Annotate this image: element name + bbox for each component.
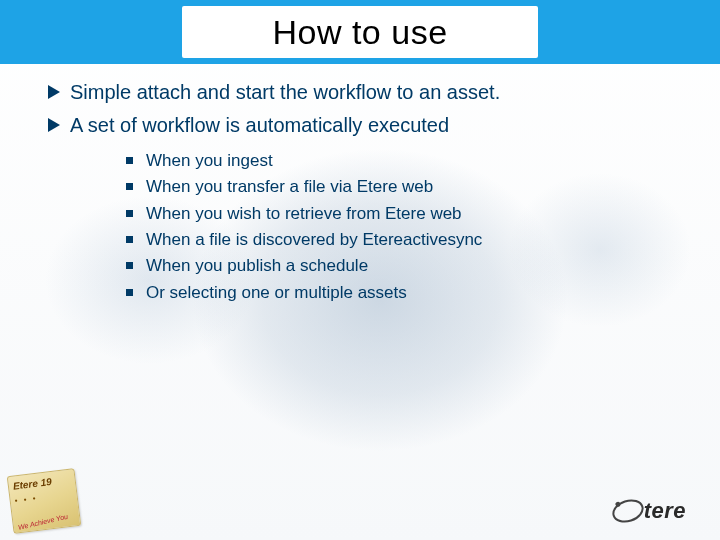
list-item: When you wish to retrieve from Etere web [126, 201, 672, 227]
bullet-text: Or selecting one or multiple assets [146, 283, 407, 302]
etere19-badge: Etere 19 • • • We Achieve You [7, 468, 82, 534]
etere-logo: tere [612, 498, 686, 524]
bullet-text: A set of workflow is automatically execu… [70, 114, 449, 136]
title-plate: How to use [182, 6, 538, 58]
list-item: When a file is discovered by Etereactive… [126, 227, 672, 253]
bullet-text: When you transfer a file via Etere web [146, 177, 433, 196]
bullet-text: Simple attach and start the workflow to … [70, 81, 500, 103]
bullet-list-level1: Simple attach and start the workflow to … [48, 78, 672, 306]
bullet-text: When you publish a schedule [146, 256, 368, 275]
badge-title: Etere 19 [12, 474, 71, 492]
badge-subtitle: We Achieve You [17, 513, 68, 532]
list-item: When you ingest [126, 148, 672, 174]
bullet-text: When you wish to retrieve from Etere web [146, 204, 462, 223]
list-item: When you transfer a file via Etere web [126, 174, 672, 200]
slide: How to use Simple attach and start the w… [0, 0, 720, 540]
bullet-text: When you ingest [146, 151, 273, 170]
content-area: Simple attach and start the workflow to … [48, 78, 672, 310]
list-item: Or selecting one or multiple assets [126, 280, 672, 306]
title-bar: How to use [0, 0, 720, 64]
orbit-icon [609, 496, 646, 527]
bullet-list-level2: When you ingest When you transfer a file… [126, 148, 672, 306]
list-item: A set of workflow is automatically execu… [48, 111, 672, 306]
list-item: Simple attach and start the workflow to … [48, 78, 672, 107]
logo-text: tere [644, 498, 686, 524]
slide-title: How to use [272, 13, 447, 52]
bullet-text: When a file is discovered by Etereactive… [146, 230, 482, 249]
badge-decor: • • • [14, 491, 73, 507]
list-item: When you publish a schedule [126, 253, 672, 279]
